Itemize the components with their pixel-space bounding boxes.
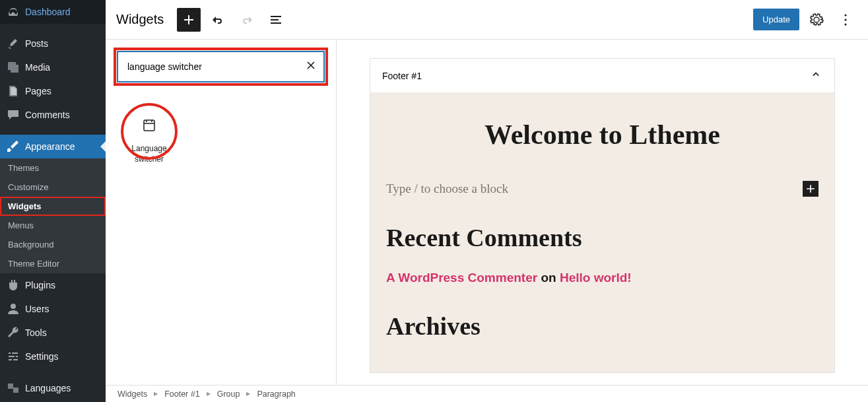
block-inserter-panel: Language switcher <box>106 40 337 402</box>
breadcrumb-item[interactable]: Paragraph <box>257 389 295 399</box>
svg-point-3 <box>844 23 846 25</box>
commenter-link[interactable]: A WordPress Commenter <box>386 271 537 285</box>
archives-heading[interactable]: Archives <box>386 312 818 341</box>
sidebar-item-label: Languages <box>25 383 71 393</box>
block-item-label: Language switcher <box>119 144 180 164</box>
svg-point-0 <box>11 304 16 309</box>
sidebar-sub-themes[interactable]: Themes <box>0 158 106 178</box>
plugin-icon <box>7 279 20 292</box>
on-text: on <box>537 271 560 285</box>
block-placeholder-text: Type / to choose a block <box>386 182 508 196</box>
sidebar-sub-menus[interactable]: Menus <box>0 216 106 235</box>
sidebar-item-appearance[interactable]: Appearance <box>0 135 106 158</box>
sidebar-item-label: Pages <box>25 86 51 96</box>
sidebar-sub-customize[interactable]: Customize <box>0 178 106 197</box>
update-button[interactable]: Update <box>753 9 799 30</box>
chevron-right-icon: ▶ <box>207 391 211 397</box>
breadcrumb-item[interactable]: Widgets <box>117 389 147 399</box>
editor-body: Language switcher Footer #1 Welcome to L… <box>106 40 868 402</box>
block-search-box <box>117 51 324 82</box>
sidebar-item-label: Tools <box>25 327 47 338</box>
brush-icon <box>7 140 20 153</box>
sidebar-sub-background[interactable]: Background <box>0 235 106 254</box>
breadcrumb-item[interactable]: Group <box>217 389 240 399</box>
sidebar-sub-widgets[interactable]: Widgets <box>0 197 106 216</box>
sidebar-item-languages[interactable]: Languages <box>0 376 106 400</box>
clear-search-button[interactable] <box>304 59 317 75</box>
dashboard-icon <box>7 5 20 18</box>
sidebar-submenu-appearance: Themes Customize Widgets Menus Backgroun… <box>0 158 106 273</box>
page-title: Widgets <box>116 12 164 27</box>
sidebar-item-users[interactable]: Users <box>0 297 106 321</box>
sidebar-item-label: Media <box>25 62 50 73</box>
widget-area-body: Welcome to Ltheme Type / to choose a blo… <box>370 92 834 372</box>
user-icon <box>7 302 20 316</box>
welcome-heading[interactable]: Welcome to Ltheme <box>386 119 818 151</box>
widget-area-header[interactable]: Footer #1 <box>370 59 834 92</box>
block-result-highlight: Language switcher <box>116 110 182 172</box>
sidebar-item-media[interactable]: Media <box>0 55 106 79</box>
sidebar-item-dashboard[interactable]: Dashboard <box>0 0 106 24</box>
sidebar-item-label: Posts <box>25 38 48 49</box>
block-search-input[interactable] <box>117 51 324 82</box>
post-link[interactable]: Hello world! <box>560 271 632 285</box>
media-icon <box>7 61 20 74</box>
sidebar-sub-theme-editor[interactable]: Theme Editor <box>0 254 106 273</box>
svg-rect-4 <box>144 120 154 131</box>
wrench-icon <box>7 326 20 339</box>
editor-toolbar: Widgets Update <box>106 0 868 40</box>
list-view-button[interactable] <box>264 8 288 32</box>
block-item-language-switcher[interactable]: Language switcher <box>116 110 182 172</box>
main-area: Widgets Update <box>106 0 868 402</box>
block-results: Language switcher <box>116 83 325 172</box>
options-button[interactable] <box>834 8 857 32</box>
sidebar-item-label: Appearance <box>25 141 75 152</box>
language-switcher-block-icon <box>141 117 157 136</box>
sidebar-item-label: Users <box>25 304 50 314</box>
sidebar-item-tools[interactable]: Tools <box>0 321 106 345</box>
widget-area-footer-1: Footer #1 Welcome to Ltheme Type / to ch… <box>370 58 835 373</box>
admin-sidebar: Dashboard Posts Media Pages Comments App… <box>0 0 106 402</box>
chevron-right-icon: ▶ <box>154 391 158 397</box>
sidebar-item-label: Plugins <box>25 280 55 290</box>
sidebar-item-pages[interactable]: Pages <box>0 79 106 103</box>
languages-icon <box>7 382 20 395</box>
widget-area-title: Footer #1 <box>382 71 422 81</box>
svg-point-2 <box>844 18 846 20</box>
sliders-icon <box>7 350 20 363</box>
sidebar-item-settings[interactable]: Settings <box>0 345 106 368</box>
redo-button[interactable] <box>235 8 259 32</box>
widget-canvas: Footer #1 Welcome to Ltheme Type / to ch… <box>337 40 868 402</box>
search-highlight <box>116 50 325 83</box>
block-breadcrumb: Widgets ▶ Footer #1 ▶ Group ▶ Paragraph <box>106 385 868 402</box>
undo-button[interactable] <box>206 8 230 32</box>
sidebar-item-comments[interactable]: Comments <box>0 103 106 127</box>
sidebar-item-plugins[interactable]: Plugins <box>0 273 106 297</box>
breadcrumb-item[interactable]: Footer #1 <box>164 389 200 399</box>
chevron-up-icon <box>809 68 822 83</box>
sidebar-item-posts[interactable]: Posts <box>0 32 106 55</box>
sidebar-item-label: Dashboard <box>25 7 71 17</box>
sidebar-item-label: Comments <box>25 110 70 120</box>
pages-icon <box>7 84 20 98</box>
recent-comments-heading[interactable]: Recent Comments <box>386 223 818 252</box>
empty-paragraph-block[interactable]: Type / to choose a block <box>386 181 818 197</box>
add-block-toggle-button[interactable] <box>177 8 201 32</box>
comment-icon <box>7 108 20 121</box>
chevron-right-icon: ▶ <box>246 391 250 397</box>
inline-add-block-button[interactable] <box>803 181 818 197</box>
sidebar-item-label: Settings <box>25 351 59 362</box>
settings-button[interactable] <box>805 8 828 32</box>
recent-comment-item[interactable]: A WordPress Commenter on Hello world! <box>386 271 818 285</box>
pin-icon <box>7 37 20 50</box>
svg-point-1 <box>844 14 846 16</box>
